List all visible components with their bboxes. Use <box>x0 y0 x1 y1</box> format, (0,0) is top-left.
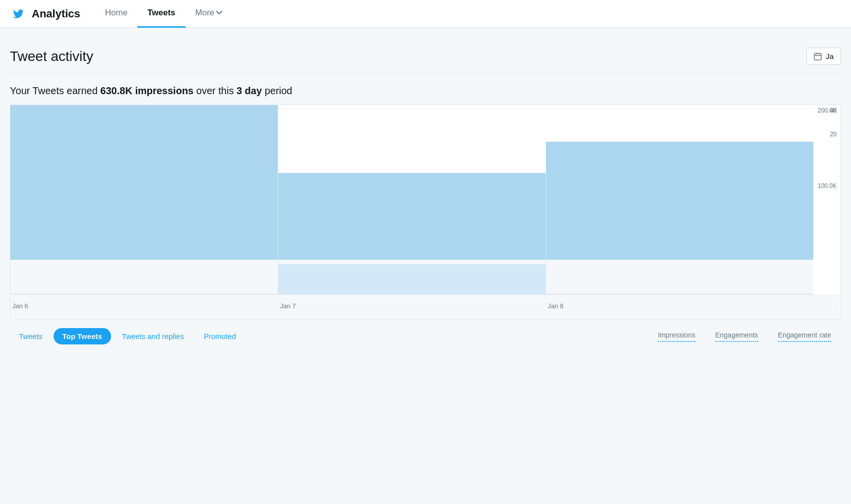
tab-tweets[interactable]: Tweets <box>10 328 52 344</box>
bar-jan6-fill <box>10 105 278 260</box>
date-picker-label: Ja <box>826 52 834 60</box>
main-nav: Home Tweets More <box>95 0 232 27</box>
engagement-area-row: 40 20 <box>10 260 841 294</box>
tab-promoted[interactable]: Promoted <box>195 328 245 344</box>
logo-area: Analytics <box>10 5 80 22</box>
tab-top-tweets[interactable]: Top Tweets <box>54 328 111 344</box>
engagement-jan8 <box>546 260 813 294</box>
date-picker-button[interactable]: Ja <box>806 48 841 65</box>
x-axis-spacer <box>813 298 841 316</box>
column-headers: Impressions Engagements Engagement rate <box>658 331 841 342</box>
calendar-icon <box>814 53 822 60</box>
chart-container: 200.0K 100.0K 40 20 <box>10 105 841 320</box>
eng-y-label-20: 20 <box>812 131 837 138</box>
main-header: Analytics Home Tweets More <box>0 0 851 28</box>
x-label-jan8: Jan 8 <box>546 302 813 310</box>
svg-rect-0 <box>814 54 821 60</box>
bar-jan6 <box>10 105 278 260</box>
impressions-summary: Your Tweets earned 630.8K impressions ov… <box>10 73 841 105</box>
engagement-jan6 <box>10 260 278 294</box>
eng-y-label-40: 40 <box>812 107 837 114</box>
bar-jan7-fill <box>278 173 546 260</box>
bar-jan7 <box>278 173 546 260</box>
nav-more[interactable]: More <box>185 0 233 28</box>
app-title: Analytics <box>32 7 80 20</box>
tabs-row: Tweets Top Tweets Tweets and replies Pro… <box>10 320 841 344</box>
col-header-engagements: Engagements <box>715 331 758 342</box>
bar-chart: 200.0K 100.0K <box>10 105 841 260</box>
x-axis-row: Jan 6 Jan 7 Jan 8 <box>10 294 841 320</box>
engagement-bars <box>10 260 813 294</box>
x-label-jan7: Jan 7 <box>278 302 546 310</box>
page-header: Tweet activity Ja <box>10 38 841 73</box>
chevron-down-icon <box>216 11 222 15</box>
nav-tweets[interactable]: Tweets <box>137 0 185 28</box>
y-label-100k: 100.0K <box>812 182 837 189</box>
engagement-y-axis: 40 20 <box>812 105 837 140</box>
tab-tweets-replies[interactable]: Tweets and replies <box>113 328 193 344</box>
nav-home[interactable]: Home <box>95 0 137 28</box>
twitter-logo-icon <box>10 5 27 22</box>
col-header-engagement-rate: Engagement rate <box>778 331 831 342</box>
engagement-jan7-fill <box>278 264 546 294</box>
tabs-left: Tweets Top Tweets Tweets and replies Pro… <box>10 328 245 344</box>
bars-area <box>10 105 813 260</box>
bar-jan8-fill <box>546 142 813 260</box>
x-label-jan6: Jan 6 <box>10 302 278 310</box>
page-content: Tweet activity Ja Your Tweets earned 630… <box>0 28 851 504</box>
page-title: Tweet activity <box>10 49 93 64</box>
bar-jan8 <box>546 142 813 260</box>
chart-row: 200.0K 100.0K <box>10 105 841 260</box>
x-axis-labels: Jan 6 Jan 7 Jan 8 <box>10 298 813 316</box>
col-header-impressions: Impressions <box>658 331 695 342</box>
engagement-jan7 <box>278 260 546 294</box>
